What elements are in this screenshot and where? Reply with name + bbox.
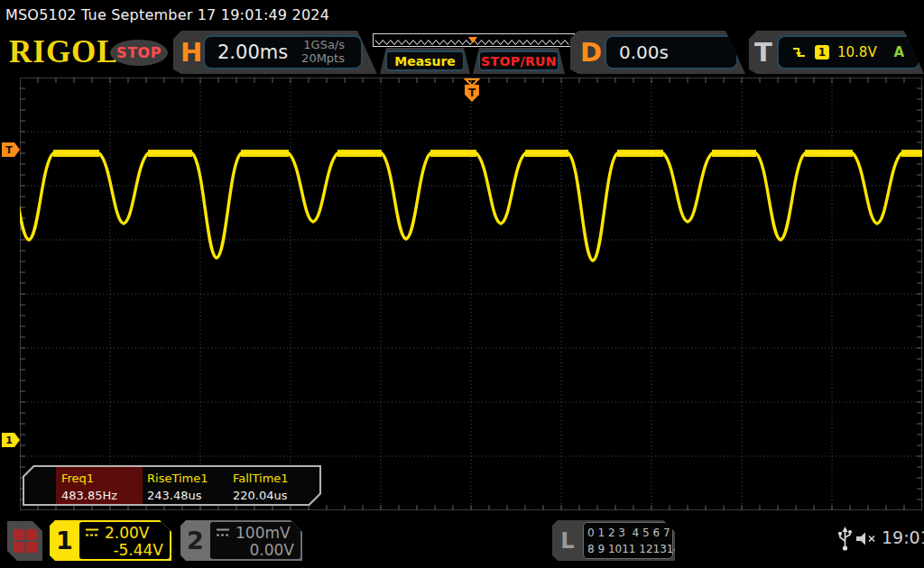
trigger-settings-block[interactable]: T 1 10.8V A [749, 31, 924, 74]
sample-rate: 1GSa/s [303, 38, 345, 51]
channel2-offset: 0.00V [250, 541, 294, 559]
logic-channels-block[interactable]: L 0 1 2 3 4 5 6 7 8 9 1011 12131415 [552, 520, 675, 561]
trigger-label: T [754, 37, 772, 68]
menu-grid-icon [14, 529, 37, 553]
speaker-muted-icon [855, 530, 879, 547]
trigger-level-marker[interactable]: T [2, 142, 20, 157]
rigol-logo: RIGOL [9, 34, 119, 70]
memory-depth: 20Mpts [301, 51, 345, 65]
channel1-offset-marker[interactable]: 1 [2, 433, 20, 447]
header-bar: RIGOL STOP H 2.00ms 1GSa/s20Mpts Measure… [0, 29, 924, 77]
bottom-channel-bar: 1 2.00V -5.44V 2 100mV 0.00V [0, 514, 924, 568]
measurement-risetime1[interactable]: RiseTime1 243.48us [147, 467, 208, 504]
timebase-value: 2.00ms [217, 41, 288, 63]
dc-coupling-icon [85, 527, 100, 537]
measurement-value: 243.48us [147, 489, 208, 502]
menu-button[interactable] [7, 521, 42, 561]
horizontal-label: H [180, 37, 202, 68]
channel1-readout: 2.00V -5.44V [79, 522, 170, 559]
delay-box[interactable]: 0.00s [605, 35, 738, 69]
measurement-label: RiseTime1 [147, 472, 208, 485]
trigger-mode: A [893, 44, 904, 60]
delay-label: D [580, 37, 602, 68]
channel2-readout: 100mV 0.00V [210, 522, 300, 559]
horizontal-settings-block[interactable]: H 2.00ms 1GSa/s20Mpts [173, 31, 377, 74]
channel1-number: 1 [50, 520, 79, 561]
measurement-label: Freq1 [61, 472, 143, 485]
logic-row-1: 0 1 2 3 4 5 6 7 [587, 525, 669, 541]
usb-icon [837, 526, 853, 553]
falling-edge-icon [791, 45, 807, 60]
channel2-number: 2 [180, 520, 210, 561]
channel1-block[interactable]: 1 2.00V -5.44V [50, 520, 171, 561]
sample-rate-stack: 1GSa/s20Mpts [301, 39, 345, 65]
measure-button[interactable]: Measure [385, 50, 465, 71]
trigger-box[interactable]: 1 10.8V A [777, 35, 920, 69]
delay-value: 0.00s [619, 41, 669, 63]
logic-row-2: 8 9 1011 12131415 [587, 541, 669, 557]
system-datetime: Tue September 17 19:01:49 2024 [81, 6, 329, 23]
clock: 19:01 [882, 527, 924, 547]
timebase-box[interactable]: 2.00ms 1GSa/s20Mpts [203, 35, 363, 69]
waveform-display-area: T [20, 78, 922, 510]
measurement-value: 483.85Hz [61, 489, 143, 502]
logic-channel-list: 0 1 2 3 4 5 6 7 8 9 1011 12131415 [583, 522, 673, 559]
delay-settings-block[interactable]: D 0.00s [570, 31, 745, 74]
measurement-freq1[interactable]: Freq1 483.85Hz [56, 467, 143, 504]
stop-run-button[interactable]: STOP/RUN [478, 50, 559, 71]
preview-zigzag [374, 36, 574, 48]
model-name: MSO5102 [5, 6, 77, 23]
channel1-offset: -5.44V [113, 541, 163, 559]
logic-label: L [552, 520, 583, 561]
acquisition-status-badge[interactable]: STOP [110, 40, 168, 66]
svg-text:T: T [468, 87, 476, 99]
channel2-scale: 100mV [236, 524, 291, 542]
measurement-value: 220.04us [233, 489, 289, 502]
trigger-level-value: 10.8V [837, 44, 877, 60]
channel2-block[interactable]: 2 100mV 0.00V [180, 520, 302, 561]
measurement-falltime1[interactable]: FallTime1 220.04us [233, 467, 289, 504]
stoprun-button-frame: STOP/RUN [473, 48, 565, 74]
trigger-source-badge: 1 [815, 45, 829, 60]
graticule-grid: T [20, 78, 922, 510]
channel1-scale: 2.00V [105, 524, 149, 542]
top-status-strip: MSO5102 Tue September 17 19:01:49 2024 [0, 0, 924, 29]
waveform-preview-strip[interactable] [373, 33, 575, 47]
measurement-panel[interactable]: Freq1 483.85Hz RiseTime1 243.48us FallTi… [23, 465, 321, 506]
measurement-panel-body: Freq1 483.85Hz RiseTime1 243.48us FallTi… [24, 467, 319, 504]
measure-button-frame: Measure [380, 48, 470, 74]
measurement-label: FallTime1 [233, 472, 289, 485]
dc-coupling-icon [216, 527, 231, 537]
